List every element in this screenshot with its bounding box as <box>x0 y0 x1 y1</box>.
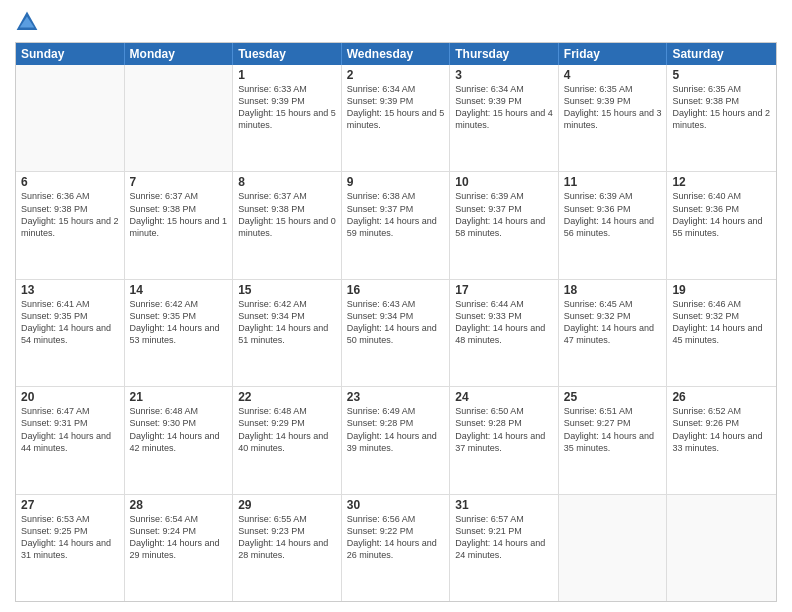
calendar: SundayMondayTuesdayWednesdayThursdayFrid… <box>15 42 777 602</box>
calendar-day-20: 20Sunrise: 6:47 AMSunset: 9:31 PMDayligh… <box>16 387 125 493</box>
calendar-day-31: 31Sunrise: 6:57 AMSunset: 9:21 PMDayligh… <box>450 495 559 601</box>
day-info: Sunrise: 6:57 AMSunset: 9:21 PMDaylight:… <box>455 513 553 562</box>
day-number: 4 <box>564 68 662 82</box>
day-info: Sunrise: 6:41 AMSunset: 9:35 PMDaylight:… <box>21 298 119 347</box>
day-info: Sunrise: 6:52 AMSunset: 9:26 PMDaylight:… <box>672 405 771 454</box>
day-number: 22 <box>238 390 336 404</box>
day-number: 15 <box>238 283 336 297</box>
header <box>15 10 777 34</box>
day-number: 31 <box>455 498 553 512</box>
calendar-week-5: 27Sunrise: 6:53 AMSunset: 9:25 PMDayligh… <box>16 494 776 601</box>
day-info: Sunrise: 6:43 AMSunset: 9:34 PMDaylight:… <box>347 298 445 347</box>
calendar-day-15: 15Sunrise: 6:42 AMSunset: 9:34 PMDayligh… <box>233 280 342 386</box>
calendar-day-21: 21Sunrise: 6:48 AMSunset: 9:30 PMDayligh… <box>125 387 234 493</box>
day-number: 20 <box>21 390 119 404</box>
logo-icon <box>15 10 39 34</box>
day-info: Sunrise: 6:38 AMSunset: 9:37 PMDaylight:… <box>347 190 445 239</box>
day-info: Sunrise: 6:42 AMSunset: 9:35 PMDaylight:… <box>130 298 228 347</box>
calendar-header: SundayMondayTuesdayWednesdayThursdayFrid… <box>16 43 776 65</box>
weekday-header-friday: Friday <box>559 43 668 65</box>
day-number: 10 <box>455 175 553 189</box>
day-number: 27 <box>21 498 119 512</box>
day-info: Sunrise: 6:53 AMSunset: 9:25 PMDaylight:… <box>21 513 119 562</box>
day-number: 24 <box>455 390 553 404</box>
day-info: Sunrise: 6:36 AMSunset: 9:38 PMDaylight:… <box>21 190 119 239</box>
day-info: Sunrise: 6:51 AMSunset: 9:27 PMDaylight:… <box>564 405 662 454</box>
day-info: Sunrise: 6:54 AMSunset: 9:24 PMDaylight:… <box>130 513 228 562</box>
calendar-day-12: 12Sunrise: 6:40 AMSunset: 9:36 PMDayligh… <box>667 172 776 278</box>
day-info: Sunrise: 6:49 AMSunset: 9:28 PMDaylight:… <box>347 405 445 454</box>
calendar-day-30: 30Sunrise: 6:56 AMSunset: 9:22 PMDayligh… <box>342 495 451 601</box>
day-number: 13 <box>21 283 119 297</box>
calendar-day-29: 29Sunrise: 6:55 AMSunset: 9:23 PMDayligh… <box>233 495 342 601</box>
day-number: 9 <box>347 175 445 189</box>
day-number: 30 <box>347 498 445 512</box>
weekday-header-sunday: Sunday <box>16 43 125 65</box>
day-info: Sunrise: 6:37 AMSunset: 9:38 PMDaylight:… <box>130 190 228 239</box>
calendar-day-4: 4Sunrise: 6:35 AMSunset: 9:39 PMDaylight… <box>559 65 668 171</box>
calendar-day-7: 7Sunrise: 6:37 AMSunset: 9:38 PMDaylight… <box>125 172 234 278</box>
day-info: Sunrise: 6:34 AMSunset: 9:39 PMDaylight:… <box>455 83 553 132</box>
calendar-day-23: 23Sunrise: 6:49 AMSunset: 9:28 PMDayligh… <box>342 387 451 493</box>
calendar-day-10: 10Sunrise: 6:39 AMSunset: 9:37 PMDayligh… <box>450 172 559 278</box>
day-number: 3 <box>455 68 553 82</box>
calendar-week-3: 13Sunrise: 6:41 AMSunset: 9:35 PMDayligh… <box>16 279 776 386</box>
calendar-day-24: 24Sunrise: 6:50 AMSunset: 9:28 PMDayligh… <box>450 387 559 493</box>
day-number: 19 <box>672 283 771 297</box>
calendar-day-1: 1Sunrise: 6:33 AMSunset: 9:39 PMDaylight… <box>233 65 342 171</box>
calendar-day-9: 9Sunrise: 6:38 AMSunset: 9:37 PMDaylight… <box>342 172 451 278</box>
weekday-header-monday: Monday <box>125 43 234 65</box>
day-info: Sunrise: 6:37 AMSunset: 9:38 PMDaylight:… <box>238 190 336 239</box>
day-number: 5 <box>672 68 771 82</box>
calendar-day-16: 16Sunrise: 6:43 AMSunset: 9:34 PMDayligh… <box>342 280 451 386</box>
day-number: 2 <box>347 68 445 82</box>
day-info: Sunrise: 6:47 AMSunset: 9:31 PMDaylight:… <box>21 405 119 454</box>
day-info: Sunrise: 6:45 AMSunset: 9:32 PMDaylight:… <box>564 298 662 347</box>
calendar-body: 1Sunrise: 6:33 AMSunset: 9:39 PMDaylight… <box>16 65 776 601</box>
day-number: 12 <box>672 175 771 189</box>
day-info: Sunrise: 6:33 AMSunset: 9:39 PMDaylight:… <box>238 83 336 132</box>
calendar-day-28: 28Sunrise: 6:54 AMSunset: 9:24 PMDayligh… <box>125 495 234 601</box>
day-info: Sunrise: 6:42 AMSunset: 9:34 PMDaylight:… <box>238 298 336 347</box>
day-number: 18 <box>564 283 662 297</box>
day-number: 1 <box>238 68 336 82</box>
calendar-day-5: 5Sunrise: 6:35 AMSunset: 9:38 PMDaylight… <box>667 65 776 171</box>
calendar-empty-cell <box>559 495 668 601</box>
calendar-day-25: 25Sunrise: 6:51 AMSunset: 9:27 PMDayligh… <box>559 387 668 493</box>
calendar-week-1: 1Sunrise: 6:33 AMSunset: 9:39 PMDaylight… <box>16 65 776 171</box>
day-number: 26 <box>672 390 771 404</box>
calendar-day-14: 14Sunrise: 6:42 AMSunset: 9:35 PMDayligh… <box>125 280 234 386</box>
day-number: 8 <box>238 175 336 189</box>
calendar-day-3: 3Sunrise: 6:34 AMSunset: 9:39 PMDaylight… <box>450 65 559 171</box>
day-info: Sunrise: 6:56 AMSunset: 9:22 PMDaylight:… <box>347 513 445 562</box>
day-info: Sunrise: 6:48 AMSunset: 9:30 PMDaylight:… <box>130 405 228 454</box>
calendar-day-17: 17Sunrise: 6:44 AMSunset: 9:33 PMDayligh… <box>450 280 559 386</box>
day-info: Sunrise: 6:34 AMSunset: 9:39 PMDaylight:… <box>347 83 445 132</box>
day-number: 23 <box>347 390 445 404</box>
calendar-day-22: 22Sunrise: 6:48 AMSunset: 9:29 PMDayligh… <box>233 387 342 493</box>
weekday-header-thursday: Thursday <box>450 43 559 65</box>
weekday-header-tuesday: Tuesday <box>233 43 342 65</box>
day-number: 16 <box>347 283 445 297</box>
calendar-week-4: 20Sunrise: 6:47 AMSunset: 9:31 PMDayligh… <box>16 386 776 493</box>
calendar-day-26: 26Sunrise: 6:52 AMSunset: 9:26 PMDayligh… <box>667 387 776 493</box>
day-info: Sunrise: 6:40 AMSunset: 9:36 PMDaylight:… <box>672 190 771 239</box>
day-info: Sunrise: 6:35 AMSunset: 9:39 PMDaylight:… <box>564 83 662 132</box>
calendar-day-8: 8Sunrise: 6:37 AMSunset: 9:38 PMDaylight… <box>233 172 342 278</box>
logo <box>15 10 43 34</box>
calendar-empty-cell <box>16 65 125 171</box>
day-info: Sunrise: 6:50 AMSunset: 9:28 PMDaylight:… <box>455 405 553 454</box>
day-info: Sunrise: 6:35 AMSunset: 9:38 PMDaylight:… <box>672 83 771 132</box>
day-info: Sunrise: 6:39 AMSunset: 9:37 PMDaylight:… <box>455 190 553 239</box>
calendar-day-6: 6Sunrise: 6:36 AMSunset: 9:38 PMDaylight… <box>16 172 125 278</box>
day-number: 29 <box>238 498 336 512</box>
day-number: 17 <box>455 283 553 297</box>
calendar-week-2: 6Sunrise: 6:36 AMSunset: 9:38 PMDaylight… <box>16 171 776 278</box>
day-number: 14 <box>130 283 228 297</box>
day-number: 21 <box>130 390 228 404</box>
calendar-page: SundayMondayTuesdayWednesdayThursdayFrid… <box>0 0 792 612</box>
day-info: Sunrise: 6:39 AMSunset: 9:36 PMDaylight:… <box>564 190 662 239</box>
weekday-header-wednesday: Wednesday <box>342 43 451 65</box>
calendar-day-2: 2Sunrise: 6:34 AMSunset: 9:39 PMDaylight… <box>342 65 451 171</box>
calendar-day-27: 27Sunrise: 6:53 AMSunset: 9:25 PMDayligh… <box>16 495 125 601</box>
